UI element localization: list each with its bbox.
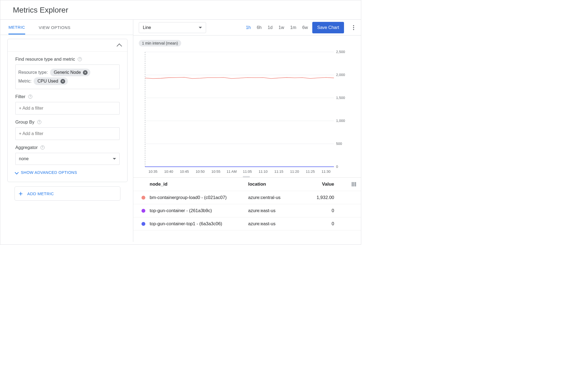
- chart-type-value: Line: [143, 25, 151, 30]
- col-location[interactable]: location: [248, 182, 317, 187]
- line-chart[interactable]: 05001,0001,5002,0002,50010:3510:4010:451…: [137, 46, 356, 175]
- metric-label: Metric:: [18, 79, 31, 84]
- svg-text:11 AM: 11 AM: [227, 169, 237, 174]
- cell-value: 0: [317, 221, 345, 226]
- close-icon[interactable]: ✕: [60, 79, 65, 84]
- cell-location: azure:central-us: [248, 195, 317, 200]
- tab-view-options[interactable]: VIEW OPTIONS: [39, 20, 71, 34]
- range-1h[interactable]: 1h: [246, 25, 251, 30]
- resource-type-chip[interactable]: Generic Node ✕: [50, 69, 91, 76]
- add-metric-button[interactable]: + ADD METRIC: [15, 186, 120, 201]
- interval-pill: 1 min interval (mean): [139, 40, 181, 46]
- tab-metric[interactable]: METRIC: [8, 20, 25, 34]
- svg-text:11:05: 11:05: [243, 169, 252, 174]
- resource-type-label: Resource type:: [18, 70, 48, 75]
- page-title: Metrics Explorer: [0, 0, 361, 19]
- svg-text:2,000: 2,000: [336, 73, 345, 77]
- cell-node-id: bm-containergroup-load0 - (c021ac07): [150, 195, 248, 200]
- aggregator-label: Aggregator: [15, 145, 38, 150]
- svg-text:10:50: 10:50: [196, 169, 205, 174]
- range-1m[interactable]: 1m: [290, 25, 296, 30]
- range-1d[interactable]: 1d: [268, 25, 273, 30]
- groupby-label: Group By: [15, 119, 34, 125]
- cell-location: azure:east-us: [248, 208, 317, 213]
- save-chart-button[interactable]: Save Chart: [312, 22, 344, 33]
- help-icon[interactable]: ?: [78, 57, 82, 61]
- chevron-down-icon: [113, 158, 116, 160]
- resource-type-value: Generic Node: [54, 70, 81, 75]
- left-panel: METRIC VIEW OPTIONS Find resource type a…: [0, 20, 133, 242]
- chevron-down-icon: [15, 171, 19, 174]
- cell-location: azure:east-us: [248, 221, 317, 226]
- range-1w[interactable]: 1w: [279, 25, 284, 30]
- filter-input[interactable]: [15, 102, 120, 115]
- svg-text:11:25: 11:25: [306, 169, 315, 174]
- series-color-dot: [141, 196, 145, 200]
- show-advanced-label: SHOW ADVANCED OPTIONS: [21, 170, 77, 175]
- cell-node-id: top-gun-container - (261a3b9c): [150, 208, 248, 213]
- add-metric-label: ADD METRIC: [27, 191, 54, 196]
- legend-table: node_id location Value bm-containergroup…: [133, 177, 361, 230]
- svg-text:1,500: 1,500: [336, 96, 345, 100]
- cell-value: 0: [317, 208, 345, 213]
- help-icon[interactable]: ?: [28, 95, 32, 99]
- range-6h[interactable]: 6h: [257, 25, 262, 30]
- chevron-up-icon[interactable]: [117, 43, 122, 49]
- svg-text:11:10: 11:10: [259, 169, 268, 174]
- svg-text:11:20: 11:20: [290, 169, 299, 174]
- svg-text:10:45: 10:45: [180, 169, 189, 174]
- col-node-id[interactable]: node_id: [150, 182, 248, 187]
- columns-icon[interactable]: [352, 182, 356, 186]
- svg-text:10:55: 10:55: [211, 169, 220, 174]
- aggregator-value: none: [19, 156, 29, 161]
- drag-handle-icon[interactable]: [243, 176, 250, 177]
- time-range-picker: 1h 6h 1d 1w 1m 6w: [246, 25, 308, 30]
- chart-type-select[interactable]: Line: [139, 22, 206, 33]
- svg-text:10:40: 10:40: [164, 169, 173, 174]
- help-icon[interactable]: ?: [41, 145, 45, 150]
- groupby-input[interactable]: [15, 127, 120, 140]
- table-row[interactable]: bm-containergroup-load0 - (c021ac07)azur…: [133, 191, 361, 204]
- svg-text:2,500: 2,500: [336, 50, 345, 54]
- series-color-dot: [141, 222, 145, 226]
- right-panel: Line 1h 6h 1d 1w 1m 6w Save Chart 1 min …: [133, 20, 361, 242]
- help-icon[interactable]: ?: [37, 120, 41, 124]
- svg-text:11:15: 11:15: [274, 169, 283, 174]
- more-menu-icon[interactable]: [351, 25, 356, 30]
- show-advanced-options[interactable]: SHOW ADVANCED OPTIONS: [15, 165, 120, 179]
- table-row[interactable]: top-gun-container-top1 - (6a3a3c06)azure…: [133, 217, 361, 230]
- cell-value: 1,932.00: [317, 195, 345, 200]
- range-6w[interactable]: 6w: [302, 25, 308, 30]
- svg-text:1,000: 1,000: [336, 119, 345, 123]
- svg-text:500: 500: [336, 142, 342, 146]
- metric-chip[interactable]: CPU Used ✕: [34, 77, 68, 85]
- chevron-down-icon: [199, 27, 202, 28]
- col-value[interactable]: Value: [317, 182, 345, 187]
- aggregator-select[interactable]: none: [15, 153, 120, 165]
- find-metric-label: Find resource type and metric: [15, 57, 75, 62]
- svg-text:0: 0: [336, 165, 338, 169]
- close-icon[interactable]: ✕: [83, 70, 88, 75]
- table-row[interactable]: top-gun-container - (261a3b9c)azure:east…: [133, 204, 361, 217]
- cell-node-id: top-gun-container-top1 - (6a3a3c06): [150, 221, 248, 226]
- metric-value: CPU Used: [37, 79, 58, 84]
- series-color-dot: [141, 209, 145, 213]
- svg-text:10:35: 10:35: [148, 169, 157, 174]
- plus-icon: +: [19, 190, 23, 197]
- svg-text:11:30: 11:30: [322, 169, 331, 174]
- metric-selector[interactable]: Resource type: Generic Node ✕ Metric: CP…: [15, 65, 120, 89]
- filter-label: Filter: [15, 94, 25, 99]
